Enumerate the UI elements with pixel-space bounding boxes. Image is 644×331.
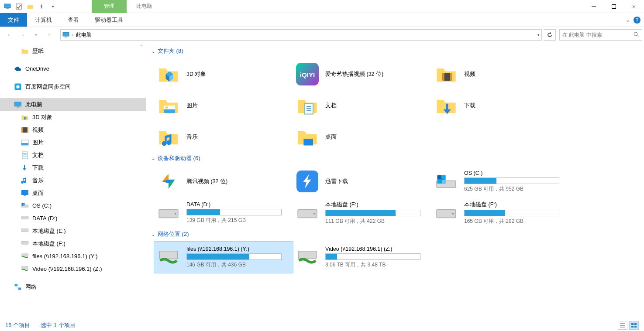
folder-item[interactable]: 视频 xyxy=(432,58,571,90)
tree-item[interactable]: 桌面 xyxy=(0,187,146,199)
view-tiles-button[interactable] xyxy=(629,321,639,330)
item-label: 迅雷下载 xyxy=(325,178,348,185)
tree-item-label: 网络 xyxy=(25,283,37,291)
video-icon xyxy=(21,126,29,134)
ribbon-file-tab[interactable]: 文件 xyxy=(0,13,27,27)
ribbon-tab-drivetools[interactable]: 驱动器工具 xyxy=(87,13,131,27)
tree-item[interactable]: 下载 xyxy=(0,161,146,174)
tree-item[interactable]: 3D 对象 xyxy=(0,111,146,123)
group-header-drives[interactable]: ⌄ 设备和驱动器 (6) xyxy=(146,153,644,166)
folder-item[interactable]: 桌面 xyxy=(293,121,432,153)
collapse-tree-icon[interactable]: ˆ xyxy=(141,44,142,51)
nav-back-button[interactable]: ← xyxy=(3,29,16,41)
view-details-button[interactable] xyxy=(618,321,627,330)
tree-item[interactable]: 壁纸 xyxy=(0,44,146,57)
qat-properties-icon[interactable] xyxy=(14,2,24,11)
ribbon-context-tab[interactable]: 管理 xyxy=(92,0,127,13)
tree-item[interactable]: 图片 xyxy=(0,136,146,149)
minimize-button[interactable] xyxy=(584,0,604,13)
address-segment[interactable]: 此电脑 xyxy=(76,31,92,39)
tree-item[interactable]: DATA (D:) xyxy=(0,212,146,225)
ribbon-tab-view[interactable]: 查看 xyxy=(60,13,87,27)
tree-item[interactable]: 本地磁盘 (F:) xyxy=(0,237,146,250)
svg-rect-60 xyxy=(442,175,446,179)
search-icon xyxy=(633,31,639,39)
item-label: 3D 对象 xyxy=(186,71,206,78)
qat-dropdown-icon[interactable]: ▾ xyxy=(48,2,58,11)
svg-rect-26 xyxy=(24,195,26,196)
folder-icon xyxy=(21,47,29,55)
drive-label: files (\\192.168.196.1) (Y:) xyxy=(186,246,282,252)
maximize-button[interactable] xyxy=(604,0,624,13)
drive-icon xyxy=(296,201,319,225)
svg-rect-18 xyxy=(27,127,28,133)
tree-item[interactable]: OneDrive xyxy=(0,62,146,75)
tree-item[interactable]: files (\\192.168.196.1) (Y:) xyxy=(0,250,146,263)
ribbon-tab-computer[interactable]: 计算机 xyxy=(27,13,60,27)
ribbon-expand-icon[interactable]: ⌄ xyxy=(626,17,630,23)
item-label: 文档 xyxy=(325,102,337,109)
app-item[interactable]: 迅雷下载 xyxy=(293,166,432,197)
tree-item-label: 本地磁盘 (E:) xyxy=(32,227,66,235)
nav-forward-button[interactable]: → xyxy=(17,29,29,41)
tree-item[interactable]: OS (C:) xyxy=(0,199,146,212)
onedrive-icon xyxy=(14,65,22,73)
drive-item[interactable]: DATA (D:) 139 GB 可用，共 215 GB xyxy=(154,197,293,229)
tree-item[interactable]: 文档 xyxy=(0,149,146,161)
drive-item[interactable]: OS (C:) 625 GB 可用，共 952 GB xyxy=(432,166,571,197)
tree-item-label: 视频 xyxy=(32,126,44,134)
drive-item[interactable]: files (\\192.168.196.1) (Y:) 146 GB 可用，共… xyxy=(154,242,293,273)
tree-item[interactable]: 视频 xyxy=(0,123,146,136)
folder-item[interactable]: 音乐 xyxy=(154,121,293,153)
drive-label: 本地磁盘 (F:) xyxy=(464,201,559,208)
tree-item[interactable]: Video (\\192.168.196.1) (Z:) xyxy=(0,263,146,275)
folder-item[interactable]: 图片 xyxy=(154,90,293,121)
drive-item[interactable]: 本地磁盘 (F:) 165 GB 可用，共 292 GB xyxy=(432,197,571,229)
tree-item[interactable]: 网络 xyxy=(0,280,146,293)
svg-point-50 xyxy=(165,106,168,109)
search-input[interactable]: 在 此电脑 中搜索 xyxy=(559,29,642,41)
status-selection: 选中 1 个项目 xyxy=(41,321,75,329)
tree-item[interactable]: 此电脑 xyxy=(0,98,146,111)
svg-rect-3 xyxy=(28,5,33,9)
download-icon xyxy=(434,94,458,117)
drive-item[interactable]: Video (\\192.168.196.1) (Z:) 3.06 TB 可用，… xyxy=(293,242,432,273)
folder-item[interactable]: 文档 xyxy=(293,90,432,121)
close-button[interactable] xyxy=(624,0,644,13)
app-item[interactable]: 腾讯视频 (32 位) xyxy=(154,166,293,197)
group-header-folders[interactable]: ⌄ 文件夹 (8) xyxy=(146,45,644,58)
group-header-network[interactable]: ⌄ 网络位置 (2) xyxy=(146,229,644,242)
chevron-right-icon[interactable]: › xyxy=(72,33,73,38)
tree-item[interactable]: 本地磁盘 (E:) xyxy=(0,225,146,237)
drive-icon xyxy=(21,227,29,235)
group-title: 文件夹 (8) xyxy=(158,47,183,55)
desktop-icon xyxy=(21,189,29,197)
tree-item[interactable]: 百度网盘同步空间 xyxy=(0,80,146,93)
nav-recent-dropdown[interactable]: ▾ xyxy=(30,29,42,41)
pin-icon[interactable] xyxy=(37,2,46,11)
folder-item[interactable]: iQIYI 爱奇艺热播视频 (32 位) xyxy=(293,58,432,90)
drive-label: Video (\\192.168.196.1) (Z:) xyxy=(325,246,420,252)
music-icon xyxy=(157,125,180,149)
folder-item[interactable]: 下载 xyxy=(432,90,571,121)
address-dropdown-icon[interactable]: ▾ xyxy=(537,33,540,37)
address-bar[interactable]: › 此电脑 ▾ xyxy=(60,29,542,41)
refresh-button[interactable] xyxy=(544,29,556,41)
svg-rect-17 xyxy=(21,127,23,133)
svg-rect-59 xyxy=(437,175,441,179)
qat-thispc-icon[interactable] xyxy=(3,2,12,11)
window-title: 此电脑 xyxy=(136,3,152,10)
chevron-down-icon: ⌄ xyxy=(152,156,155,161)
nav-up-button[interactable]: ↑ xyxy=(43,29,55,41)
docs-icon xyxy=(296,94,319,117)
drive-label: 本地磁盘 (E:) xyxy=(325,201,420,208)
svg-rect-39 xyxy=(22,253,28,256)
tree-item[interactable]: 音乐 xyxy=(0,174,146,187)
chevron-down-icon: ⌄ xyxy=(152,49,155,54)
folder-item[interactable]: 3D 对象 xyxy=(154,58,293,90)
help-icon[interactable]: ? xyxy=(634,17,641,24)
qat-newfolder-icon[interactable] xyxy=(25,2,35,11)
drive-item[interactable]: 本地磁盘 (E:) 111 GB 可用，共 422 GB xyxy=(293,197,432,229)
3d-icon xyxy=(157,62,180,86)
drive-label: DATA (D:) xyxy=(186,201,282,208)
